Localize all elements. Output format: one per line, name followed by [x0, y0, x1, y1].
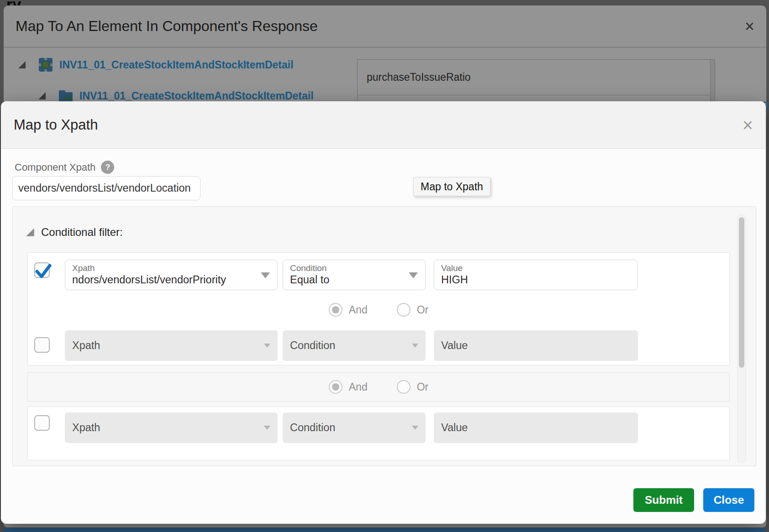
condition-select-3-disabled[interactable]: Condition	[283, 412, 426, 443]
condition-select-label: Condition	[290, 422, 335, 434]
xpath-select-3-disabled[interactable]: Xpath	[65, 412, 278, 443]
chevron-down-icon	[264, 426, 270, 430]
map-to-xpath-dialog: Map to Xpath × Component Xpath ? vendors…	[1, 101, 766, 524]
component-xpath-input[interactable]: vendors/vendorsList/vendorLocation	[12, 176, 200, 200]
help-icon[interactable]: ?	[101, 161, 114, 174]
or-label: Or	[417, 304, 429, 316]
component-xpath-label-row: Component Xpath ?	[15, 161, 114, 174]
or-label: Or	[417, 381, 429, 393]
radio-selected-icon	[329, 303, 342, 317]
chevron-down-icon	[261, 272, 270, 278]
filter-scrollbar-track[interactable]	[737, 214, 746, 463]
condition-select-label: Condition	[290, 263, 405, 273]
xpath-select-label: Xpath	[72, 422, 100, 434]
filter-checkbox-2[interactable]	[34, 337, 50, 353]
chevron-down-icon	[409, 272, 418, 278]
chevron-down-icon	[412, 426, 418, 430]
operator-row-2: And Or	[329, 380, 429, 394]
conditional-filter-panel: Conditional filter: Xpath ndors/vendorsL…	[12, 206, 756, 466]
close-icon[interactable]: ×	[743, 116, 753, 134]
xpath-select-value: ndors/vendorsList/vendorPriority	[72, 273, 257, 287]
chevron-down-icon	[412, 344, 418, 348]
map-to-xpath-title: Map to Xpath	[14, 117, 98, 133]
xpath-select-label: Xpath	[72, 339, 100, 352]
value-field-3-disabled[interactable]: Value	[434, 412, 638, 443]
condition-select-1[interactable]: Condition Equal to	[283, 260, 426, 290]
condition-select-2-disabled[interactable]: Condition	[283, 330, 426, 361]
xpath-select-1[interactable]: Xpath ndors/vendorsList/vendorPriority	[65, 260, 278, 290]
filter-group-1: Xpath ndors/vendorsList/vendorPriority C…	[27, 252, 730, 365]
value-field-value: HIGH	[441, 273, 617, 287]
check-icon	[32, 260, 54, 282]
operator-band: And Or	[27, 372, 730, 402]
and-radio-option[interactable]: And	[329, 380, 368, 394]
and-label: And	[349, 304, 368, 316]
close-button[interactable]: Close	[703, 488, 754, 512]
radio-unselected-icon	[397, 380, 411, 394]
condition-select-label: Condition	[290, 339, 335, 352]
value-field-1[interactable]: Value HIGH	[434, 260, 638, 290]
conditional-filter-label: Conditional filter:	[41, 226, 123, 239]
filter-group-2: Xpath Condition Value	[27, 407, 730, 460]
component-xpath-label: Component Xpath	[15, 162, 95, 173]
radio-unselected-icon	[397, 303, 411, 317]
radio-selected-icon	[329, 380, 342, 394]
collapse-triangle-icon	[25, 227, 35, 237]
filter-checkbox-3[interactable]	[34, 415, 50, 431]
value-field-2-disabled[interactable]: Value	[434, 330, 638, 361]
submit-button[interactable]: Submit	[633, 488, 694, 512]
conditional-filter-toggle[interactable]: Conditional filter:	[25, 226, 123, 239]
filter-scrollbar-thumb[interactable]	[739, 217, 744, 368]
and-radio-option[interactable]: And	[329, 303, 368, 317]
value-field-label: Value	[441, 422, 468, 434]
condition-select-value: Equal to	[290, 273, 405, 287]
chevron-down-icon	[264, 344, 270, 348]
xpath-select-label: Xpath	[72, 263, 257, 273]
or-radio-option[interactable]: Or	[397, 380, 429, 394]
map-to-xpath-tooltip: Map to Xpath	[413, 177, 490, 196]
screen: rv a Map To An Element In Component's Re…	[0, 0, 769, 532]
or-radio-option[interactable]: Or	[397, 303, 429, 317]
and-label: And	[349, 381, 368, 393]
filter-checkbox-1[interactable]	[34, 262, 50, 278]
operator-row-1: And Or	[28, 301, 729, 319]
value-field-label: Value	[441, 339, 468, 352]
map-to-xpath-header: Map to Xpath ×	[1, 101, 766, 149]
value-field-label: Value	[441, 263, 617, 273]
xpath-select-2-disabled[interactable]: Xpath	[65, 330, 278, 361]
